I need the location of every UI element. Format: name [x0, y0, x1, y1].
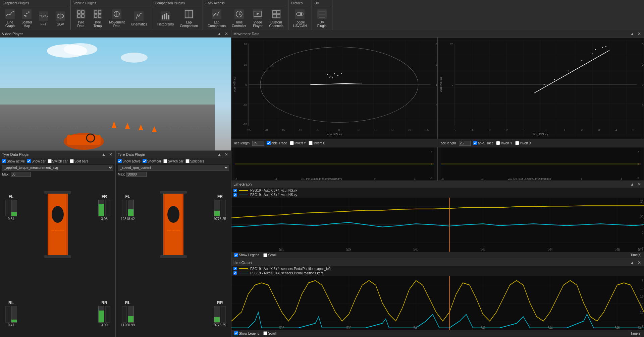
tyre-plugin-1-split-bars[interactable]: Split bars: [70, 159, 89, 163]
invert-x-1[interactable]: Invert X: [309, 141, 325, 145]
lime-graph-1-series-1-checkbox[interactable]: [233, 189, 237, 192]
toolbar-section-label-vehicle: Vehicle Plugins: [72, 1, 151, 6]
lime-graph-2-series-2-checkbox[interactable]: [233, 271, 237, 275]
toolbar-item-video-player-btn[interactable]: VideoPlayer: [250, 7, 266, 29]
movement-options-1: ace length able Trace Invert Y Invert X: [231, 139, 438, 147]
tyre-plugin-2: Tyre Data Plugin ▲ ✕ Show active Show ca…: [116, 151, 231, 337]
svg-text:-5: -5: [454, 129, 457, 132]
tyre-plugin-1-switch-car[interactable]: Switch car: [48, 159, 68, 163]
tyre-temp-icon: [92, 9, 103, 19]
svg-text:4: 4: [615, 129, 617, 132]
video-player-close-btn[interactable]: ✕: [224, 31, 229, 37]
line-graph-icon: [5, 9, 15, 19]
lap-comparison2-label: LapComparison: [208, 20, 226, 28]
scatter-map-label: ScatterMap: [21, 20, 32, 28]
lime-graph-2-pin-btn[interactable]: ▲: [629, 260, 635, 265]
toolbar-item-fft[interactable]: FFT: [36, 9, 52, 27]
lime-graph-2-legend-item-2: FSG19 - AutoX 3+4: sensors.PedalPosition…: [233, 271, 642, 275]
movement-data-panel: Movement Data ▲ ✕: [231, 30, 644, 181]
lime-graph-2-scroll[interactable]: Scroll: [263, 331, 276, 335]
lime-graph-2-chart: 536 538 540 542 544 546 548 1 0.8 0.6 0.…: [231, 276, 644, 330]
lime-graph-1-close-btn[interactable]: ✕: [637, 182, 642, 187]
svg-text:-4: -4: [275, 178, 277, 181]
toolbar-item-histograms[interactable]: Histograms: [154, 9, 177, 27]
tyre-plugin-1-pin-btn[interactable]: ▲: [101, 152, 107, 157]
toolbar-item-line-graph[interactable]: LineGraph: [2, 7, 18, 29]
tyre-plugin-1-channel-select[interactable]: _applied_torque_measurement_avg: [2, 165, 113, 171]
invert-y-2[interactable]: Invert Y: [496, 141, 512, 145]
svg-text:vcu.INS.ay: vcu.INS.ay: [327, 133, 342, 136]
lime-graph-2-show-legend[interactable]: Show Legend: [234, 331, 259, 335]
svg-text:10: 10: [642, 83, 644, 86]
tyre-plugin-2-switch-car[interactable]: Switch car: [163, 159, 183, 163]
tyre-plugin-1-max-input[interactable]: [11, 172, 31, 177]
movement-options-2: ace length able Trace Invert Y Invert X: [438, 139, 644, 147]
toggle-uavcan-icon: [294, 9, 305, 19]
lime-graph-1-series-2-checkbox[interactable]: [233, 193, 237, 197]
lime-graph-1-scroll[interactable]: Scroll: [263, 253, 276, 257]
lime-graph-2-close-btn[interactable]: ✕: [637, 260, 642, 265]
svg-text:-20: -20: [264, 129, 268, 132]
tyre-plugin-2-channel-select[interactable]: _speed_rpm_current: [118, 165, 229, 171]
svg-text:vcu.INS.ax: vcu.INS.ax: [233, 77, 236, 92]
dv-plugin-label: DVPlugin: [317, 20, 327, 28]
video-player-pin-btn[interactable]: ▲: [216, 31, 222, 37]
lime-graph-1-pin-btn[interactable]: ▲: [629, 182, 635, 187]
movement-data-pin-btn[interactable]: ▲: [629, 31, 635, 37]
lime-graph-2-series-1-checkbox[interactable]: [233, 267, 237, 270]
tyre-plugin-2-max-input[interactable]: [126, 172, 147, 177]
toolbar-item-ggv[interactable]: GGV: [52, 9, 68, 27]
lime-graph-1-show-legend[interactable]: Show Legend: [234, 253, 259, 257]
svg-point-136: [595, 49, 596, 50]
svg-text:-6: -6: [441, 178, 444, 181]
movement-options-row: ace length able Trace Invert Y Invert X …: [231, 139, 644, 147]
tyre-plugin-1-max-row: Max:: [0, 171, 115, 178]
svg-rect-80: [231, 40, 437, 136]
tyre-plugin-1-show-car[interactable]: Show car: [27, 159, 46, 163]
tyre-plugin-1-close-btn[interactable]: ✕: [108, 152, 113, 157]
histograms-label: Histograms: [157, 22, 174, 26]
toolbar-item-movement-data[interactable]: MovementData: [106, 7, 127, 29]
movement-data-close-btn[interactable]: ✕: [637, 31, 642, 37]
time-series-row: 8 0 -8 -6 -4 -2 0 2 4 vcu.INS.roll -0.4: [231, 147, 644, 181]
toolbar-item-custom-channels[interactable]: CustomChannels: [266, 7, 286, 29]
svg-point-131: [554, 79, 555, 80]
toolbar-item-tyre-temp[interactable]: TyreTemp: [90, 7, 106, 29]
svg-text:544: 544: [548, 325, 553, 330]
tyre-plugin-2-pin-btn[interactable]: ▲: [216, 152, 222, 157]
enable-trace-1[interactable]: able Trace: [267, 141, 287, 145]
toolbar-item-time-controller[interactable]: TimeController: [229, 7, 249, 29]
tyre-plugin-2-show-car[interactable]: Show car: [143, 159, 161, 163]
trace-length-input-1[interactable]: [252, 141, 264, 146]
lap-comparison-label: LapComparison: [180, 20, 198, 28]
toolbar-item-lap-comparison2[interactable]: LapComparison: [205, 7, 228, 29]
toolbar-section-label-graphical: Graphical Plugins: [1, 1, 69, 6]
invert-y-1[interactable]: Invert Y: [290, 141, 306, 145]
dv-plugin-icon: [317, 9, 327, 19]
tyre-plugin-1-show-active[interactable]: Show active: [2, 159, 25, 163]
enable-trace-2[interactable]: able Trace: [473, 141, 494, 145]
svg-text:0: 0: [642, 104, 644, 107]
toolbar-item-toggle-uavcan[interactable]: ToggleUAVCAN: [290, 7, 310, 29]
svg-text:0.2: 0.2: [640, 310, 643, 314]
ggv-icon: [55, 11, 66, 21]
tyre-plugin-2-show-active[interactable]: Show active: [118, 159, 141, 163]
tyre-plugin-2-close-btn[interactable]: ✕: [224, 152, 229, 157]
toolbar-item-tyre-data[interactable]: TyreData: [73, 7, 89, 29]
lime-graph-1-scroll-label: Scroll: [268, 253, 276, 257]
svg-rect-43: [272, 9, 281, 19]
tyre-rr-value-1: 3.90: [101, 323, 107, 327]
svg-text:540: 540: [414, 325, 419, 330]
tyre-rr-label-1: RR: [101, 300, 107, 305]
tyre-plugin-2-split-bars[interactable]: Split bars: [185, 159, 204, 163]
toolbar-item-dv-plugin[interactable]: DVPlugin: [314, 7, 330, 29]
toolbar-item-scatter-map[interactable]: ScatterMap: [19, 7, 35, 29]
trace-length-input-2[interactable]: [459, 141, 471, 146]
svg-text:vcu.INS.vy: vcu.INS.vy: [533, 133, 548, 136]
toolbar-item-kinematics[interactable]: Kinematics: [128, 9, 150, 27]
svg-point-56: [64, 43, 97, 55]
toolbar-item-lap-comparison[interactable]: LapComparison: [177, 7, 201, 29]
toolbar-section-label-protocol: Protocol: [290, 1, 310, 6]
invert-x-2[interactable]: Invert X: [515, 141, 531, 145]
svg-text:DRIVERSSON: DRIVERSSON: [167, 229, 180, 231]
